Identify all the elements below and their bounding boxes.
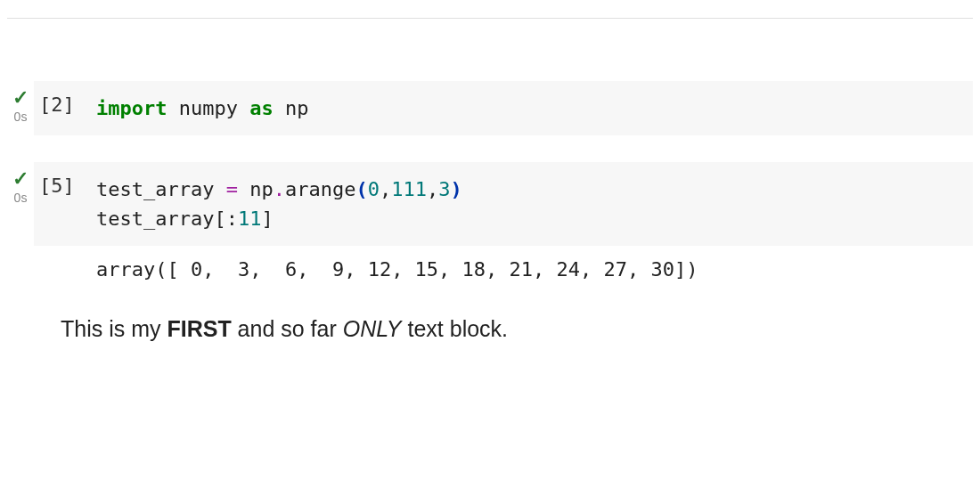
cell-status: ✓ 0s [7, 81, 34, 135]
execution-time: 0s [14, 110, 28, 124]
cell-status: ✓ 0s [7, 162, 34, 281]
output-text: array([ 0, 3, 6, 9, 12, 15, 18, 21, 24, … [96, 258, 973, 281]
code-content[interactable]: import numpy as np [96, 94, 973, 123]
check-icon: ✓ [12, 88, 29, 108]
execution-count: [2] [34, 94, 96, 116]
divider [7, 18, 973, 19]
check-icon: ✓ [12, 169, 29, 189]
code-input-row[interactable]: [5] test_array = np.arange(0,111,3) test… [34, 162, 973, 246]
execution-time: 0s [14, 191, 28, 205]
code-input-row[interactable]: [2] import numpy as np [34, 81, 973, 135]
code-cell[interactable]: ✓ 0s [2] import numpy as np [7, 81, 973, 135]
output-gutter [34, 258, 96, 281]
notebook-area: ✓ 0s [2] import numpy as np ✓ 0s [5] tes… [0, 0, 980, 369]
code-cell[interactable]: ✓ 0s [5] test_array = np.arange(0,111,3)… [7, 162, 973, 281]
markdown-cell[interactable]: This is my FIRST and so far ONLY text bl… [7, 307, 973, 351]
output-row: array([ 0, 3, 6, 9, 12, 15, 18, 21, 24, … [34, 246, 973, 281]
code-content[interactable]: test_array = np.arange(0,111,3) test_arr… [96, 175, 973, 233]
execution-count: [5] [34, 175, 96, 197]
